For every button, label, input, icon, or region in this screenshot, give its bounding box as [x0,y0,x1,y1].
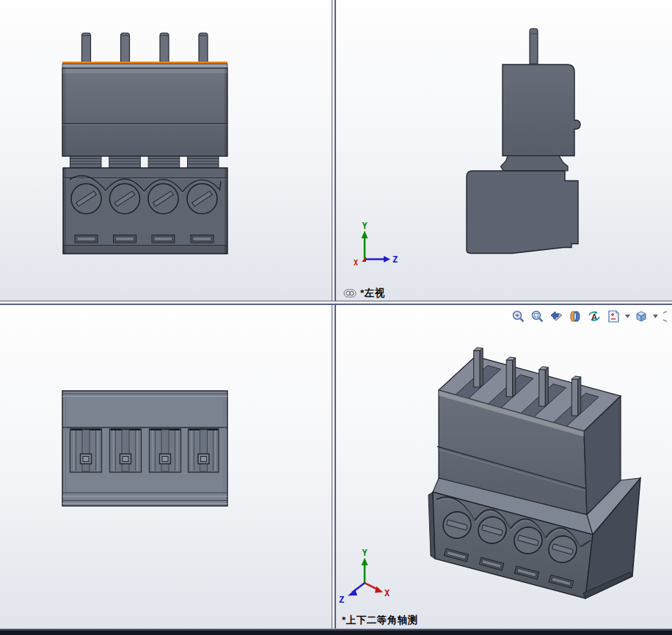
screw-terminal[interactable] [71,184,101,214]
dimetric-view-drawing: Y X Z [336,305,672,628]
latch-tabs [70,156,219,168]
contact-recess[interactable] [150,429,181,472]
socket-body[interactable] [63,168,227,254]
front-view-drawing [0,0,332,301]
screw-terminal[interactable] [187,184,217,214]
x-axis-label: X [384,588,390,598]
horizontal-splitter[interactable] [0,301,672,305]
top-view-drawing [0,305,332,628]
svg-text:A: A [591,312,597,321]
view-orientation-icon[interactable] [605,307,622,325]
viewport-top[interactable] [0,305,332,628]
cad-window: Y Z X *左视 [0,0,672,635]
screw-terminal[interactable] [148,184,178,214]
heads-up-toolbar: A [509,307,672,325]
pin [121,33,130,63]
x-axis-arrow [375,587,383,593]
socket-profile[interactable] [467,171,578,254]
housing-lip [62,64,227,68]
viewport-left[interactable]: Y Z X *左视 [336,0,672,301]
view-orientation-dropdown[interactable] [624,307,631,325]
reference-triad: Y Z X [354,221,398,267]
viewport-front[interactable] [0,0,332,301]
section-view-icon[interactable] [566,307,584,325]
window-bottom-edge [0,628,672,635]
pin[interactable] [506,357,516,397]
y-axis-arrow [362,231,368,239]
y-axis-arrow [362,558,368,566]
pin-row[interactable] [82,33,208,63]
wire-slot[interactable] [75,235,98,243]
y-axis-label: Y [362,221,368,231]
viewport-dimetric[interactable]: Y X Z A [336,305,672,628]
clipped-icon[interactable] [660,307,672,325]
left-view-drawing: Y Z X [336,0,672,301]
view-label-dimetric: *上下二等角轴测 [342,614,418,627]
contact-recess[interactable] [110,429,142,472]
view-label-text: *左视 [360,287,385,300]
previous-view-icon[interactable] [547,307,565,325]
upper-housing-profile[interactable] [503,65,580,156]
upper-housing[interactable] [62,68,227,156]
wire-slot[interactable] [152,235,175,243]
pin [199,33,208,63]
pin [160,33,169,63]
z-axis-label: Z [392,254,398,265]
wire-slot[interactable] [191,235,213,243]
z-axis-arrow [384,256,390,263]
vertical-splitter[interactable] [332,0,336,628]
reference-triad: Y X Z [339,548,390,605]
contact-recess[interactable] [189,429,219,472]
view-label-text: *上下二等角轴测 [342,614,418,627]
wire-slot[interactable] [114,235,136,243]
accent-strip [62,62,227,64]
dynamic-annotation-views-icon[interactable]: A [585,307,603,325]
pin[interactable] [571,376,581,416]
contact-recess[interactable] [70,429,102,472]
pin [82,33,91,63]
y-axis-label: Y [362,548,368,558]
z-axis-label: Z [339,595,344,605]
x-axis-label: X [354,259,358,267]
screw-terminal[interactable] [110,184,140,214]
zoom-to-area-icon[interactable] [528,307,546,325]
neck-profile[interactable] [501,156,569,172]
view-label-left: *左视 [343,287,385,300]
pin[interactable] [474,348,483,387]
display-style-icon[interactable] [632,307,650,325]
chain-link-icon [343,289,357,298]
pin[interactable] [539,367,549,406]
pin[interactable] [530,29,538,64]
zoom-to-fit-icon[interactable] [509,307,527,325]
display-style-dropdown[interactable] [651,307,659,325]
